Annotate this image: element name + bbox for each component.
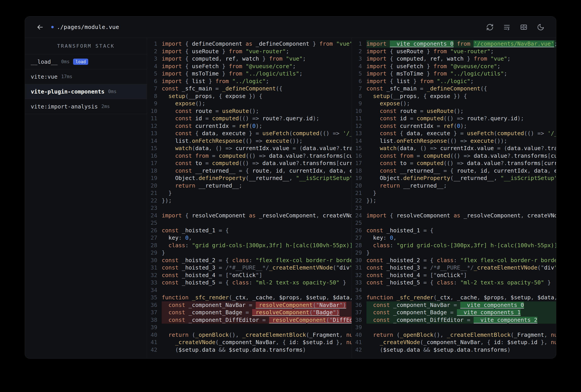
side-by-side-toggle-button[interactable]	[519, 22, 528, 32]
plugin-duration: 0ms	[61, 59, 70, 64]
code-line: 23	[147, 204, 352, 212]
module-type-dot	[51, 26, 54, 28]
line-number: 21	[147, 189, 157, 197]
code-line: 6import { list } from "../logic";	[352, 78, 556, 85]
transform-stack-sidebar: TRANSFORM STACK __load__0msloadvite:vue1…	[25, 38, 147, 358]
line-number: 37	[147, 309, 157, 316]
line-number: 14	[352, 137, 362, 145]
line-number: 17	[147, 160, 157, 167]
line-number: 4	[147, 62, 157, 70]
code-line: 7const _sfc_main = _defineComponent({	[352, 85, 556, 92]
line-number: 32	[147, 272, 157, 279]
code-text: });	[162, 197, 352, 204]
code-pane-after[interactable]: 1import __vite_components_0 from '/compo…	[352, 38, 556, 358]
code-text: }	[162, 189, 352, 197]
code-text: return (_openBlock(), _createElementBloc…	[366, 331, 556, 339]
code-pane-before[interactable]: 1import { defineComponent as _defineComp…	[147, 38, 352, 358]
line-number: 6	[147, 78, 157, 85]
inline-diff-toggle-button[interactable]	[502, 22, 512, 32]
code-line: 37 const _component_Badge = _resolveComp…	[147, 309, 352, 316]
line-number: 9	[147, 100, 157, 107]
code-line: 20 return __returned__;	[147, 182, 352, 190]
plugin-name: vite-plugin-components	[31, 88, 104, 95]
code-line: 29}	[147, 249, 352, 256]
code-line: 14 list.onFetchResponse(() => execute())…	[147, 137, 352, 145]
line-number: 2	[352, 48, 362, 55]
code-line: 15 watch(data, () => currentIdx.value = …	[352, 144, 556, 152]
inspect-window: ./pages/module.vue	[25, 16, 556, 358]
code-text: const to = computed(() => data.value?.tr…	[162, 160, 352, 167]
code-line: 26const _hoisted_1 = {	[147, 227, 352, 234]
line-number: 41	[352, 338, 362, 346]
line-number: 1	[352, 40, 362, 48]
line-number: 38	[352, 316, 362, 324]
code-text	[162, 324, 352, 331]
code-text: const __returned__ = { route, id, curren…	[366, 167, 556, 174]
line-number: 35	[352, 294, 362, 301]
line-number: 23	[352, 204, 362, 212]
code-line: 22});	[352, 197, 556, 204]
code-line: 35function _sfc_render(_ctx, _cache, $pr…	[147, 294, 352, 301]
refresh-icon	[486, 24, 494, 31]
line-number: 40	[147, 331, 157, 339]
code-text	[162, 286, 352, 294]
code-line: 8 setup(__props, { expose }) {	[147, 92, 352, 100]
dark-mode-button[interactable]	[536, 22, 545, 32]
code-line: 37 const _component_Badge = __vite_compo…	[352, 309, 556, 316]
code-line: 2import { useRoute } from "vue-router";	[147, 48, 352, 55]
code-line: 15 watch(data, () => currentIdx.value = …	[147, 144, 352, 152]
code-line: 6import { list } from "../logic";	[147, 78, 352, 85]
line-number: 41	[147, 338, 157, 346]
line-number: 42	[147, 346, 157, 354]
code-text	[366, 219, 556, 227]
code-text: import { defineComponent as _defineCompo…	[162, 40, 352, 48]
line-number: 17	[352, 160, 362, 167]
code-text: import { useRoute } from "vue-router";	[366, 48, 556, 55]
code-text: function _sfc_render(_ctx, _cache, $prop…	[162, 294, 352, 301]
back-button[interactable]	[35, 22, 46, 32]
code-text: import { msToTime } from "../logic/utils…	[162, 70, 352, 78]
code-text: const from = computed(() => data.value?.…	[366, 152, 556, 160]
code-text: const _component_Badge = _resolveCompone…	[162, 309, 352, 316]
line-number: 29	[147, 249, 157, 256]
code-text: import { useFetch } from "@vueuse/core";	[162, 62, 352, 70]
code-line: 18 const __returned__ = { route, id, cur…	[147, 167, 352, 174]
code-line: 33const _hoisted_5 = { class: "ml-2 text…	[147, 279, 352, 286]
line-number: 6	[352, 78, 362, 85]
code-text: class: "grid grid-cols-[300px,3fr] h-[ca…	[162, 242, 352, 249]
transform-stack-item-vite-import-analysis[interactable]: vite:import-analysis2ms	[25, 99, 147, 114]
line-number: 34	[352, 286, 362, 294]
transform-stack-item--load-[interactable]: __load__0msload	[25, 54, 147, 69]
code-line: 8 setup(__props, { expose }) {	[352, 92, 556, 100]
code-line: 23	[352, 204, 556, 212]
code-line: 24import { resolveComponent as _resolveC…	[352, 212, 556, 220]
code-text	[366, 204, 556, 212]
load-badge: load	[73, 58, 88, 65]
transform-stack-item-vite-vue[interactable]: vite:vue17ms	[25, 69, 147, 84]
code-line: 19 Object.defineProperty(__returned__, "…	[352, 174, 556, 182]
code-text	[366, 324, 556, 331]
code-text: import { msToTime } from "../logic/utils…	[366, 70, 556, 78]
code-line: 14 list.onFetchResponse(() => execute())…	[352, 137, 556, 145]
line-number: 27	[352, 234, 362, 242]
line-number: 19	[147, 174, 157, 182]
code-text: const from = computed(() => data.value?.…	[162, 152, 352, 160]
line-number: 42	[352, 346, 362, 354]
line-number: 32	[352, 272, 362, 279]
line-number: 2	[147, 48, 157, 55]
diff-view: 1import { defineComponent as _defineComp…	[147, 38, 556, 358]
line-number: 12	[352, 122, 362, 130]
refresh-button[interactable]	[485, 22, 494, 32]
code-text: const _hoisted_5 = { class: "ml-2 text-x…	[366, 279, 556, 286]
line-number: 29	[352, 249, 362, 256]
code-line: 42 ($setup.data && $setup.data.transform…	[147, 346, 352, 354]
moon-icon	[537, 24, 544, 31]
code-line: 17 const to = computed(() => data.value?…	[147, 160, 352, 167]
code-text: import { resolveComponent as _resolveCom…	[162, 212, 352, 220]
code-line: 20 return __returned__;	[352, 182, 556, 190]
code-text: expose();	[162, 100, 352, 107]
code-line: 2import { useRoute } from "vue-router";	[352, 48, 556, 55]
code-text: function _sfc_render(_ctx, _cache, $prop…	[366, 294, 556, 301]
transform-stack-item-vite-plugin-components[interactable]: vite-plugin-components0ms	[25, 84, 147, 99]
code-text	[366, 286, 556, 294]
